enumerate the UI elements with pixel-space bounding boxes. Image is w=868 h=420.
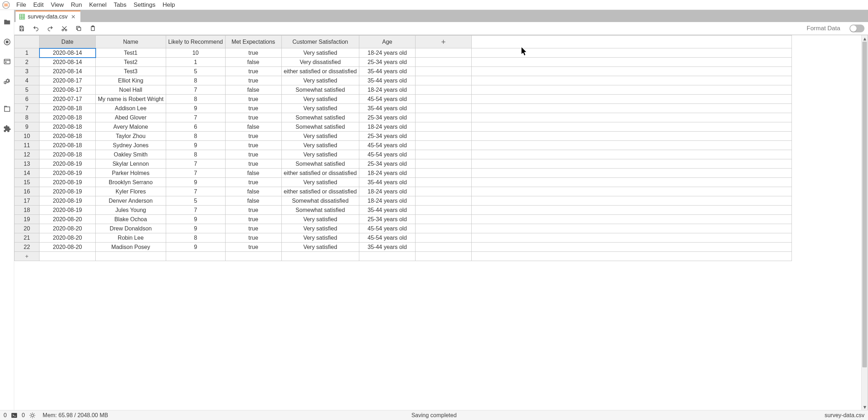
column-header[interactable]: Met Expectations	[225, 36, 281, 48]
cell[interactable]	[415, 67, 471, 76]
cell[interactable]: 45-54 years old	[359, 141, 415, 150]
status-memory[interactable]: Mem: 65.98 / 2048.00 MB	[43, 412, 108, 419]
cell[interactable]: 2020-08-19	[39, 196, 96, 206]
cell[interactable]	[96, 252, 166, 261]
cell[interactable]: 2020-08-19	[39, 206, 96, 215]
cell[interactable]: 2020-08-17	[39, 76, 96, 85]
cell[interactable]: Brooklyn Serrano	[96, 178, 166, 187]
cell[interactable]: My name is Robert Wright	[96, 95, 166, 104]
commands-icon[interactable]	[3, 58, 11, 66]
cell[interactable]: Jules Young	[96, 206, 166, 215]
cell[interactable]: 2020-08-20	[39, 243, 96, 252]
cell[interactable]: 5	[166, 196, 225, 206]
cell[interactable]: 18-24 years old	[359, 196, 415, 206]
cell[interactable]	[415, 169, 471, 178]
row-header[interactable]: 10	[15, 132, 39, 141]
cell[interactable]: 45-54 years old	[359, 224, 415, 233]
cell[interactable]: Very satisfied	[281, 215, 359, 224]
cell[interactable]	[415, 252, 471, 261]
cell[interactable]: Sydney Jones	[96, 141, 166, 150]
cell[interactable]	[415, 215, 471, 224]
terminal-icon[interactable]	[11, 412, 17, 419]
row-header[interactable]: 19	[15, 215, 39, 224]
row-header[interactable]: 15	[15, 178, 39, 187]
cell[interactable]	[415, 243, 471, 252]
column-header[interactable]: Date	[39, 36, 96, 48]
redo-icon[interactable]	[46, 25, 54, 32]
cell[interactable]: Test2	[96, 58, 166, 67]
cell[interactable]: 8	[166, 95, 225, 104]
cell[interactable]: 2020-08-18	[39, 132, 96, 141]
cell[interactable]: 9	[166, 224, 225, 233]
cell[interactable]: true	[225, 206, 281, 215]
cell[interactable]: true	[225, 178, 281, 187]
row-header[interactable]: 21	[15, 233, 39, 243]
cell[interactable]: Somewhat satisfied	[281, 122, 359, 132]
undo-icon[interactable]	[32, 25, 40, 32]
cell[interactable]: Blake Ochoa	[96, 215, 166, 224]
cell[interactable]	[415, 76, 471, 85]
cell[interactable]: Somewhat satisfied	[281, 113, 359, 122]
cell[interactable]: Kyler Flores	[96, 187, 166, 196]
cell[interactable]	[225, 252, 281, 261]
cell[interactable]: 2020-08-17	[39, 85, 96, 95]
cell[interactable]: Addison Lee	[96, 104, 166, 113]
cell[interactable]: 25-34 years old	[359, 159, 415, 169]
scroll-up-icon[interactable]: ▴	[862, 35, 868, 42]
row-header[interactable]: 11	[15, 141, 39, 150]
cell[interactable]	[415, 132, 471, 141]
cell[interactable]: Very satisfied	[281, 178, 359, 187]
cell[interactable]	[415, 150, 471, 159]
cell[interactable]: 25-34 years old	[359, 113, 415, 122]
menu-settings[interactable]: Settings	[130, 0, 159, 10]
cell[interactable]: 7	[166, 85, 225, 95]
status-terminals-count[interactable]: 0	[22, 412, 25, 419]
cell[interactable]: 2020-08-18	[39, 141, 96, 150]
cell[interactable]: true	[225, 113, 281, 122]
cell[interactable]: 2020-08-18	[39, 150, 96, 159]
cell[interactable]: Somewhat satisfied	[281, 206, 359, 215]
row-header[interactable]: 2	[15, 58, 39, 67]
cell[interactable]: 2020-08-20	[39, 215, 96, 224]
menu-kernel[interactable]: Kernel	[85, 0, 110, 10]
cell[interactable]: Very satisfied	[281, 95, 359, 104]
cell[interactable]: true	[225, 104, 281, 113]
cell[interactable]: Very satisfied	[281, 150, 359, 159]
cell[interactable]: Robin Lee	[96, 233, 166, 243]
tabs-icon[interactable]	[3, 105, 11, 113]
cell[interactable]: 9	[166, 104, 225, 113]
cell[interactable]: true	[225, 141, 281, 150]
cell[interactable]: 5	[166, 67, 225, 76]
cell[interactable]: Skylar Lennon	[96, 159, 166, 169]
row-header[interactable]: 6	[15, 95, 39, 104]
cell[interactable]	[415, 48, 471, 58]
cell[interactable]: 2020-08-18	[39, 122, 96, 132]
cell[interactable]: Madison Posey	[96, 243, 166, 252]
cell[interactable]: 2020-08-20	[39, 233, 96, 243]
cell[interactable]	[415, 224, 471, 233]
cell[interactable]	[281, 252, 359, 261]
cell[interactable]: true	[225, 48, 281, 58]
cell[interactable]: 2020-08-14	[39, 48, 96, 58]
cell[interactable]	[415, 233, 471, 243]
row-header[interactable]: 13	[15, 159, 39, 169]
cell[interactable]: 18-24 years old	[359, 85, 415, 95]
scroll-down-icon[interactable]: ▾	[862, 404, 868, 410]
format-data-toggle[interactable]	[850, 25, 864, 32]
cell[interactable]: 1	[166, 58, 225, 67]
cell[interactable]: false	[225, 169, 281, 178]
cell[interactable]: 7	[166, 113, 225, 122]
cell[interactable]: 35-44 years old	[359, 178, 415, 187]
menu-edit[interactable]: Edit	[30, 0, 47, 10]
cell[interactable]: 45-54 years old	[359, 95, 415, 104]
cell[interactable]: 7	[166, 206, 225, 215]
cell[interactable]: true	[225, 159, 281, 169]
cell[interactable]	[415, 122, 471, 132]
cell[interactable]: Very satisfied	[281, 132, 359, 141]
cell[interactable]: 25-34 years old	[359, 58, 415, 67]
cut-icon[interactable]	[60, 25, 68, 32]
cell[interactable]: 18-24 years old	[359, 169, 415, 178]
add-row-button[interactable]: +	[15, 252, 39, 261]
status-kernels-count[interactable]: 0	[4, 412, 7, 419]
cell[interactable]: 8	[166, 150, 225, 159]
